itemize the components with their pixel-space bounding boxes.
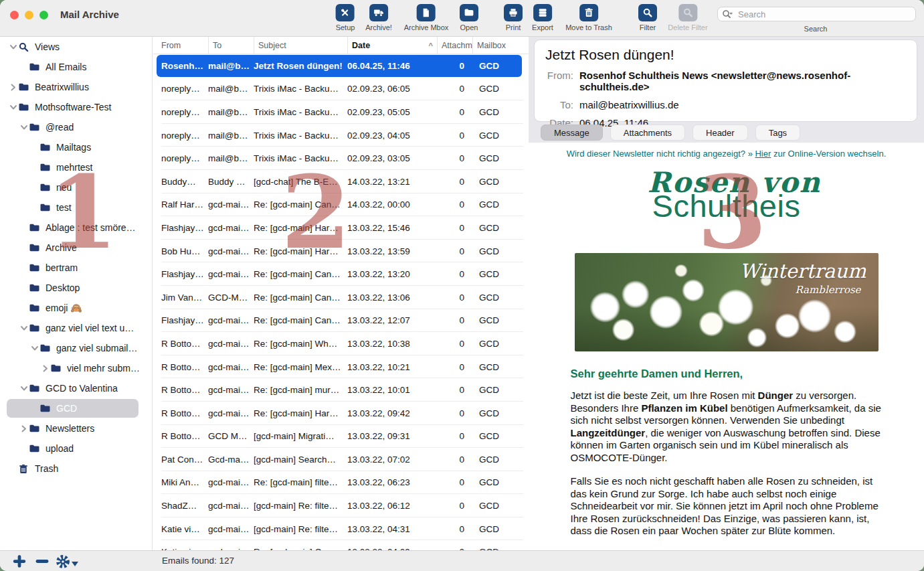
email-row[interactable]: Buddy…Buddy L…[gcd-chat] The B-E…14.03.2… — [153, 170, 529, 193]
email-paragraph: Falls Sie es noch nicht geschafft haben … — [571, 475, 883, 538]
chevron-down-icon[interactable] — [19, 385, 29, 392]
sidebar-item-archive[interactable]: Archive — [0, 238, 152, 258]
sidebar-item-upload[interactable]: upload — [0, 438, 152, 459]
cell-attachments: 0 — [437, 501, 472, 511]
sidebar-item-ablage-test-sm-re[interactable]: Ablage : test smöre… — [0, 218, 152, 238]
column-header-attachm[interactable]: Attachm… — [437, 37, 472, 54]
email-row[interactable]: Flashjay…gcd-mai…Re: [gcd-main] Har…13.0… — [153, 216, 529, 240]
setup-button[interactable]: Setup — [336, 4, 355, 31]
email-row[interactable]: Katie vi…gcd-mai…[gcd-main] Re: filte…13… — [153, 517, 529, 541]
chevron-down-icon[interactable] — [8, 104, 18, 111]
cell-attachments: 0 — [437, 107, 472, 117]
sidebar-item-ganz-viel-viel-text-u[interactable]: ganz viel viel text u… — [0, 318, 152, 338]
cell-date: 13.03.22, 13:59 — [347, 246, 437, 256]
email-row[interactable]: ShadZ…gcd-mai…[gcd-main] Re: filte…13.03… — [153, 494, 529, 517]
archive-mbox-button[interactable]: Archive Mbox — [404, 4, 449, 31]
email-row[interactable]: Miki An…gcd-mai…Re: [gcd-main] filte…13.… — [153, 471, 529, 495]
cell-to: gcd-mai… — [208, 339, 254, 349]
folder-icon — [39, 203, 52, 212]
chevron-down-icon[interactable] — [29, 345, 39, 352]
add-folder-button[interactable] — [12, 555, 27, 570]
sidebar-item-mehrtest[interactable]: mehrtest — [0, 157, 152, 177]
chevron-down-icon[interactable] — [19, 124, 29, 131]
chevron-right-icon[interactable] — [19, 425, 29, 432]
column-header-mailbox[interactable]: Mailbox — [472, 37, 510, 54]
cell-to: gcd-mai… — [208, 477, 254, 487]
email-row[interactable]: R Botto…gcd-mai…Re: [gcd-main] Har…13.03… — [153, 402, 529, 425]
minimize-window-button[interactable] — [25, 11, 33, 19]
email-row[interactable]: R Botto…gcd-mai…Re: [gcd-main] Wh…13.03.… — [153, 332, 529, 355]
export-button[interactable]: Export — [532, 4, 553, 31]
cell-mailbox: GCD — [472, 269, 510, 279]
sidebar-item-gcd[interactable]: GCD — [0, 398, 152, 418]
filter-button[interactable]: Filter — [638, 4, 657, 31]
sidebar-item-gcd-to-valentina[interactable]: GCD to Valentina — [0, 378, 152, 398]
online-version-link[interactable]: Hier — [755, 149, 771, 159]
chevron-down-icon[interactable] — [19, 325, 29, 332]
toolbar-item-label: Filter — [638, 23, 657, 31]
email-row[interactable]: Katie vi…gcd-mai…Re: [gcd-main] Can…13.0… — [153, 540, 529, 550]
sidebar-item-mailtags[interactable]: Mailtags — [0, 137, 152, 157]
search-input[interactable] — [717, 7, 916, 21]
email-row[interactable]: noreply…mail@b…Trixis iMac - Backu…02.09… — [153, 78, 529, 101]
column-header-date[interactable]: Date^ — [347, 37, 437, 54]
sidebar-item-label: Beatrixwillius — [35, 82, 93, 92]
move-to-trash-button[interactable]: Move to Trash — [565, 4, 612, 31]
sidebar-item-bertram[interactable]: bertram — [0, 258, 152, 278]
sidebar-item-emoji[interactable]: emoji 🙈 — [0, 298, 152, 318]
cell-subject: Re: [gcd-main] Can… — [254, 269, 347, 279]
cell-mailbox: GCD — [472, 362, 510, 372]
sidebar-item-ganz-viel-submail[interactable]: ganz viel submail… — [0, 338, 152, 358]
sidebar-item-mothsoftware-test[interactable]: Mothsoftware-Test — [0, 97, 152, 117]
email-row[interactable]: R Botto…GCD Ma…[gcd-main] Migrati…13.03.… — [153, 425, 529, 448]
sidebar-item-trash[interactable]: Trash — [0, 459, 152, 479]
sidebar-item-neu[interactable]: neu — [0, 177, 152, 197]
zoom-window-button[interactable] — [39, 11, 48, 19]
close-window-button[interactable] — [10, 11, 19, 19]
folder-icon — [39, 183, 52, 192]
email-row[interactable]: Ralf Har…gcd-mai…Re: [gcd-main] Can…14.0… — [153, 193, 529, 217]
print-button[interactable]: Print — [504, 4, 523, 31]
gear-dropdown-caret-icon[interactable] — [72, 562, 78, 566]
sidebar-item-read[interactable]: @read — [0, 117, 152, 137]
archive-button[interactable]: Archive! — [365, 4, 392, 31]
sidebar-item-views[interactable]: Views — [0, 37, 152, 57]
email-row[interactable]: Rosenh…mail@b…Jetzt Rosen düngen!06.04.2… — [153, 54, 529, 78]
sidebar-item-beatrixwillius[interactable]: Beatrixwillius — [0, 77, 152, 97]
tab-header[interactable]: Header — [692, 125, 748, 141]
email-row[interactable]: noreply…mail@b…Trixis iMac - Backu…02.09… — [153, 124, 529, 147]
tab-attachments[interactable]: Attachments — [610, 125, 685, 141]
email-row[interactable]: noreply…mail@b…Trixis iMac - Backu…02.09… — [153, 147, 529, 170]
cell-subject: [gcd-main] Migrati… — [254, 431, 347, 441]
tab-message[interactable]: Message — [541, 125, 603, 141]
sidebar-item-label: Ablage : test smöre… — [45, 222, 140, 233]
sidebar-item-all-emails[interactable]: All Emails — [0, 57, 152, 77]
sidebar-item-newsletters[interactable]: Newsletters — [0, 418, 152, 438]
column-header-to[interactable]: To — [208, 37, 254, 54]
email-row[interactable]: Jim Van…GCD-M…Re: [gcd-main] Can…13.03.2… — [153, 286, 529, 309]
chevron-down-icon[interactable] — [8, 44, 18, 51]
chevron-right-icon[interactable] — [40, 365, 50, 372]
email-row[interactable]: R Botto…gcd-mai…Re: [gcd-main] Mex…13.03… — [153, 355, 529, 379]
remove-folder-button[interactable] — [35, 556, 50, 570]
sidebar-item-desktop[interactable]: Desktop — [0, 278, 152, 298]
email-row[interactable]: noreply…mail@b…Trixis iMac - Backu…02.09… — [153, 100, 529, 124]
email-row[interactable]: Bob Hu…gcd-mai…Re: [gcd-main] Har…13.03.… — [153, 240, 529, 263]
tab-tags[interactable]: Tags — [755, 125, 800, 141]
cell-date: 13.03.22, 10:38 — [347, 339, 437, 349]
email-row[interactable]: R Botto…gcd-mai…Re: [gcd-main] mur…13.03… — [153, 378, 529, 402]
email-row[interactable]: Flashjay…gcd-mai…Re: [gcd-main] Can…13.0… — [153, 262, 529, 286]
gear-action-button[interactable] — [56, 554, 70, 571]
column-header-subject[interactable]: Subject — [254, 37, 347, 54]
email-row[interactable]: Flashjay…gcd-mai…Re: [gcd-main] Can…13.0… — [153, 309, 529, 333]
email-row[interactable]: Pat Con…Gcd-ma…[gcd-main] Search…13.03.2… — [153, 448, 529, 471]
cell-date: 13.03.22, 13:20 — [347, 269, 437, 279]
column-header-from[interactable]: From — [161, 37, 208, 54]
sidebar-item-test[interactable]: test — [0, 197, 152, 218]
cell-to: mail@b… — [208, 107, 254, 117]
sidebar-item-label: bertram — [45, 262, 82, 273]
toolbar-item-label: Delete Filter — [668, 23, 707, 31]
chevron-right-icon[interactable] — [8, 84, 18, 91]
sidebar-item-viel-mehr-subm[interactable]: viel mehr subm… — [0, 358, 152, 378]
open-button[interactable]: Open — [460, 4, 478, 31]
